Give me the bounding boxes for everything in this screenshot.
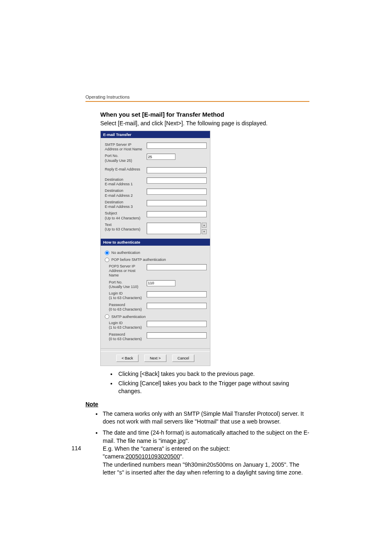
dest1-input[interactable] bbox=[147, 177, 207, 184]
email-transfer-panel: E-mail Transfer SMTP Server IP Address o… bbox=[100, 131, 210, 366]
list-item: Clicking [Cancel] takes you back to the … bbox=[117, 380, 309, 395]
note-underlined: 20050101093020500 bbox=[126, 453, 180, 460]
dest2-label: Destination E-mail Address 2 bbox=[105, 189, 147, 198]
reply-input[interactable] bbox=[147, 167, 207, 173]
pop-login-input[interactable] bbox=[147, 291, 207, 297]
panel-header-email-transfer: E-mail Transfer bbox=[101, 131, 210, 138]
header-rule bbox=[85, 101, 309, 102]
smtp-server-label: SMTP Server IP Address or Host Name bbox=[105, 143, 147, 152]
note-line: The underlined numbers mean "9h30min20s5… bbox=[103, 461, 303, 476]
section-heading: When you set [E-mail] for Transfer Metho… bbox=[100, 111, 309, 118]
dest2-input[interactable] bbox=[147, 189, 207, 195]
pop3-port-label: Port No. (Usually Use 110) bbox=[109, 280, 147, 290]
dest3-input[interactable] bbox=[147, 200, 207, 206]
smtp-pw-input[interactable] bbox=[147, 332, 207, 339]
panel-body-1: SMTP Server IP Address or Host Name Port… bbox=[101, 138, 210, 239]
auth-smtp-label: SMTP authentication bbox=[111, 315, 145, 319]
auth-pop-radio[interactable] bbox=[105, 258, 109, 262]
smtp-login-label: Login ID (1 to 63 Characters) bbox=[109, 321, 147, 330]
textarea-scrollbar[interactable]: ▴ ▾ bbox=[201, 223, 207, 234]
panel-body-2: No authentication POP before SMTP authen… bbox=[101, 246, 210, 346]
pop3-server-label: POP3 Server IP Address or Host Name bbox=[109, 264, 147, 278]
content-area: When you set [E-mail] for Transfer Metho… bbox=[85, 111, 309, 477]
panel-header-auth: How to authenticate bbox=[101, 239, 210, 246]
dest3-label: Destination E-mail Address 3 bbox=[105, 200, 147, 210]
document-page: Operating Instructions When you set [E-m… bbox=[0, 0, 392, 555]
text-label: Text (Up to 63 Characters) bbox=[105, 223, 147, 232]
auth-pop-label: POP before SMTP authentication bbox=[111, 258, 166, 262]
smtp-pw-label: Password (0 to 63 Characters) bbox=[109, 332, 147, 342]
scroll-down-icon[interactable]: ▾ bbox=[202, 229, 207, 234]
after-panel-list: Clicking [<Back] takes you back to the p… bbox=[117, 370, 309, 395]
next-button[interactable]: Next > bbox=[144, 355, 166, 362]
dest1-label: Destination E-mail Address 1 bbox=[105, 177, 147, 187]
cancel-button[interactable]: Cancel bbox=[172, 355, 194, 362]
note-list: The camera works only with an SMTP (Simp… bbox=[102, 410, 309, 477]
back-button[interactable]: < Back bbox=[116, 355, 138, 362]
smtp-server-input[interactable] bbox=[147, 143, 207, 149]
button-row: < Back Next > Cancel bbox=[101, 351, 210, 366]
subject-label: Subject (Up to 44 Characters) bbox=[105, 211, 147, 221]
subject-input[interactable] bbox=[147, 211, 207, 217]
reply-label: Reply E-mail Address bbox=[105, 167, 147, 172]
pop-pw-label: Password (0 to 63 Characters) bbox=[109, 303, 147, 312]
text-input[interactable] bbox=[147, 223, 201, 234]
auth-none-radio[interactable] bbox=[105, 251, 109, 255]
page-number: 114 bbox=[71, 445, 81, 451]
list-item: The date and time (24-h format) is autom… bbox=[102, 429, 309, 477]
running-header: Operating Instructions bbox=[85, 94, 392, 99]
note-line: The date and time (24-h format) is autom… bbox=[103, 429, 309, 444]
auth-none-label: No authentication bbox=[111, 251, 140, 255]
auth-smtp-radio[interactable] bbox=[105, 314, 109, 319]
pop3-server-input[interactable] bbox=[147, 264, 207, 270]
pop3-port-input[interactable] bbox=[147, 280, 175, 286]
port-label: Port No. (Usually Use 25) bbox=[105, 154, 147, 163]
smtp-login-input[interactable] bbox=[147, 321, 207, 327]
note-heading: Note bbox=[85, 401, 309, 408]
list-item: Clicking [<Back] takes you back to the p… bbox=[117, 370, 309, 378]
pop-login-label: Login ID (1 to 63 Characters) bbox=[109, 291, 147, 301]
note-line: ". bbox=[180, 453, 184, 460]
section-intro: Select [E-mail], and click [Next>]. The … bbox=[100, 120, 309, 127]
port-input[interactable] bbox=[147, 154, 175, 160]
scroll-up-icon[interactable]: ▴ bbox=[202, 223, 207, 228]
panel-separator bbox=[101, 348, 210, 349]
note-line: E.g. When the "camera" is entered on the… bbox=[103, 445, 230, 452]
pop-pw-input[interactable] bbox=[147, 303, 207, 309]
note-line: "camera: bbox=[103, 453, 126, 460]
list-item: The camera works only with an SMTP (Simp… bbox=[102, 410, 309, 426]
